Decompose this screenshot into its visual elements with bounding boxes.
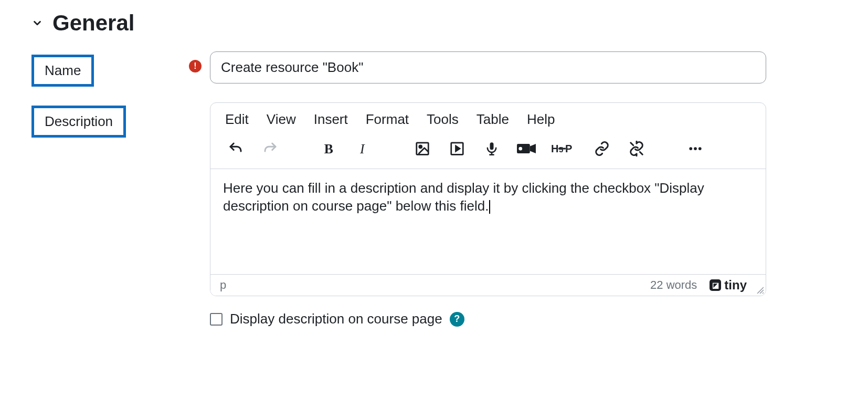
name-label: Name [31,55,94,87]
svg-rect-6 [490,142,494,150]
menu-help[interactable]: Help [527,111,555,128]
image-icon[interactable] [412,138,433,159]
editor-text: Here you can fill in a description and d… [223,180,704,214]
editor-statusbar: p 22 words ◪ tiny [210,274,766,296]
menu-table[interactable]: Table [477,111,509,128]
bold-icon[interactable]: B [319,138,340,159]
svg-point-11 [518,147,522,151]
menu-format[interactable]: Format [366,111,409,128]
svg-line-25 [763,292,764,294]
menu-tools[interactable]: Tools [427,111,459,128]
resize-handle-icon[interactable] [755,285,764,294]
svg-line-17 [640,152,642,154]
field-row-description: Description Edit View Insert Format Tool… [31,102,837,327]
more-icon[interactable] [685,138,706,159]
svg-marker-5 [456,146,460,151]
label-col: Name [31,51,189,87]
help-icon[interactable]: ? [450,312,464,327]
name-input[interactable] [210,51,766,83]
svg-text:H: H [551,143,558,154]
label-col: Description [31,102,189,138]
svg-point-21 [694,147,697,150]
svg-line-16 [631,143,633,145]
svg-text:P: P [565,143,572,154]
svg-rect-2 [417,143,429,155]
svg-point-20 [689,147,692,150]
description-label: Description [31,106,126,138]
svg-point-22 [698,147,702,150]
microphone-icon[interactable] [481,138,502,159]
field-row-name: Name ! [31,51,837,87]
chevron-down-icon[interactable] [31,17,43,29]
required-col [189,102,210,111]
tiny-brand-text: tiny [724,278,747,292]
text-cursor [489,200,490,214]
italic-icon[interactable]: I [353,138,374,159]
display-description-checkbox[interactable] [210,313,223,326]
input-col [210,51,766,83]
tiny-logo[interactable]: ◪ tiny [710,278,747,292]
svg-text:B: B [324,141,333,156]
menu-insert[interactable]: Insert [314,111,348,128]
unlink-icon[interactable] [626,138,647,159]
section-title: General [52,11,134,36]
required-icon: ! [189,60,202,72]
record-video-icon[interactable] [516,138,537,159]
rich-text-editor: Edit View Insert Format Tools Table Help… [210,102,766,296]
svg-text:I: I [359,141,365,156]
video-icon[interactable] [447,138,468,159]
required-col: ! [189,51,210,72]
editor-content[interactable]: Here you can fill in a description and d… [210,169,766,274]
redo-icon[interactable] [260,138,281,159]
link-icon[interactable] [591,138,612,159]
svg-point-3 [419,145,422,148]
h5p-icon[interactable]: H5P [551,138,578,159]
undo-icon[interactable] [225,138,246,159]
display-description-label: Display description on course page [230,311,442,327]
svg-marker-10 [530,144,536,153]
status-path[interactable]: p [220,278,650,292]
display-description-row: Display description on course page ? [210,311,766,327]
section-header: General [31,11,837,36]
tiny-badge-icon: ◪ [710,279,721,291]
editor-toolbar: B I H5P [210,134,766,169]
menu-edit[interactable]: Edit [225,111,249,128]
editor-menubar: Edit View Insert Format Tools Table Help [210,103,766,134]
editor-col: Edit View Insert Format Tools Table Help… [210,102,766,327]
menu-view[interactable]: View [267,111,296,128]
status-word-count: 22 words [650,278,697,292]
